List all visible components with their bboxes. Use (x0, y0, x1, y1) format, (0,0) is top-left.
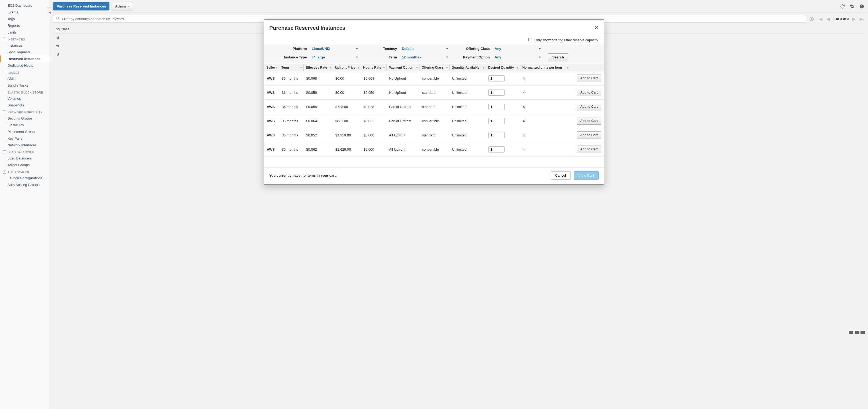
offerings-table: Seller▾Term▾Effective Rate▾Upfront Price… (264, 64, 604, 157)
column-header[interactable]: Seller▾ (264, 64, 279, 71)
term-label: Term (365, 55, 397, 59)
offering-class-dropdown[interactable]: Any▾ (495, 47, 543, 50)
cancel-button[interactable]: Cancel (551, 171, 570, 179)
offering-row: AWS36 months$0.068$0.00$0.068No Upfrontc… (264, 71, 604, 86)
add-to-cart-button[interactable]: Add to Cart (577, 145, 601, 153)
column-header[interactable]: Effective Rate▾ (304, 64, 333, 71)
offering-row: AWS36 months$0.052$1,359.00$0.000All Upf… (264, 128, 604, 142)
add-to-cart-button[interactable]: Add to Cart (577, 131, 601, 139)
sort-icon: ▾ (276, 66, 277, 69)
sort-icon: ▾ (383, 66, 385, 69)
sort-icon: ▾ (301, 66, 302, 69)
chevron-down-icon: ▾ (446, 47, 448, 50)
tenancy-dropdown[interactable]: Default▾ (402, 47, 450, 50)
desired-quantity-input[interactable] (489, 118, 504, 124)
search-button[interactable]: Search (548, 53, 568, 61)
instance-type-dropdown[interactable]: c4.large▾ (312, 55, 360, 59)
modal-title: Purchase Reserved Instances (269, 25, 345, 31)
offering-row: AWS36 months$0.056$723.00$0.028Partial U… (264, 100, 604, 114)
platform-label: Platform (269, 47, 307, 50)
column-header[interactable]: Offering Class▾ (419, 64, 449, 71)
sort-icon: ▾ (330, 66, 331, 69)
close-icon[interactable]: ✕ (594, 24, 599, 31)
offering-row: AWS36 months$0.062$1,629.00$0.000All Upf… (264, 142, 604, 157)
column-header[interactable]: Term▾ (279, 64, 304, 71)
chevron-down-icon: ▾ (446, 56, 448, 59)
add-to-cart-button[interactable]: Add to Cart (577, 89, 601, 96)
view-cart-button[interactable]: View Cart (574, 171, 599, 179)
desired-quantity-input[interactable] (489, 75, 504, 81)
modal-overlay: Purchase Reserved Instances ✕ Only show … (0, 0, 868, 409)
payment-option-dropdown[interactable]: Any▾ (495, 55, 543, 59)
desired-quantity-input[interactable] (489, 90, 504, 96)
sort-icon: ▾ (358, 66, 359, 69)
column-header[interactable] (570, 64, 604, 71)
term-dropdown[interactable]: 12 months - …▾ (402, 55, 450, 59)
offering-row: AWS36 months$0.059$0.00$0.059No Upfronts… (264, 86, 604, 100)
purchase-ri-modal: Purchase Reserved Instances ✕ Only show … (264, 19, 604, 185)
filter-form: Platform Linux/UNIX▾ Tenancy Default▾ Of… (264, 44, 604, 64)
desired-quantity-input[interactable] (489, 132, 504, 138)
chevron-down-icon: ▾ (356, 47, 358, 50)
sort-icon: ▾ (416, 66, 417, 69)
column-header[interactable]: Quantity Available▾ (449, 64, 486, 71)
reserve-capacity-checkbox[interactable] (528, 38, 532, 41)
column-header[interactable]: Normalized units per hour▾ (520, 64, 570, 71)
add-to-cart-button[interactable]: Add to Cart (577, 117, 601, 125)
column-header[interactable]: Hourly Rate▾ (361, 64, 386, 71)
column-header[interactable]: Payment Option▾ (386, 64, 419, 71)
sort-icon: ▾ (446, 66, 448, 69)
platform-dropdown[interactable]: Linux/UNIX▾ (312, 47, 360, 50)
desired-quantity-input[interactable] (489, 146, 504, 152)
instance-type-label: Instance Type (269, 55, 307, 59)
chevron-down-icon: ▾ (539, 47, 541, 50)
offering-row: AWS36 months$0.064$831.00$0.032Partial U… (264, 114, 604, 128)
add-to-cart-button[interactable]: Add to Cart (577, 74, 601, 82)
tenancy-label: Tenancy (365, 47, 397, 50)
sort-icon: ▾ (483, 66, 484, 69)
desired-quantity-input[interactable] (489, 104, 504, 110)
column-header[interactable]: Desired Quantity▾ (486, 64, 520, 71)
offering-class-label: Offering Class (455, 47, 490, 50)
add-to-cart-button[interactable]: Add to Cart (577, 103, 601, 110)
reserve-capacity-checkbox-label[interactable]: Only show offerings that reserve capacit… (528, 38, 598, 42)
payment-option-label: Payment Option (455, 55, 490, 59)
cart-status: You currently have no items in your cart… (269, 173, 337, 177)
sort-icon: ▾ (567, 66, 568, 69)
column-header[interactable]: Upfront Price▾ (333, 64, 361, 71)
chevron-down-icon: ▾ (539, 56, 541, 59)
chevron-down-icon: ▾ (356, 56, 358, 59)
sort-icon: ▾ (517, 66, 518, 69)
